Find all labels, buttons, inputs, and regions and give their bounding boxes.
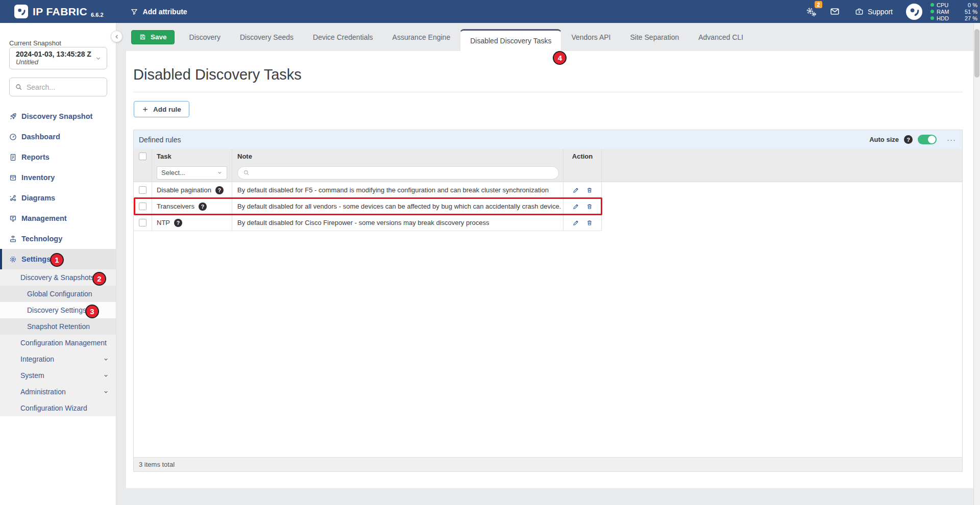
tab-vendors-api[interactable]: Vendors API: [561, 23, 620, 51]
submenu-item-snapshot-retention[interactable]: Snapshot Retention: [0, 318, 116, 335]
help-icon[interactable]: ?: [904, 135, 913, 144]
delete-trash-icon[interactable]: [586, 203, 593, 210]
sidebar-search[interactable]: [9, 78, 107, 96]
app-title: IP FABRIC: [33, 6, 87, 18]
table-footer: 3 items total: [134, 457, 962, 471]
vertical-scrollbar: [973, 23, 980, 505]
task-name: Disable pagination: [157, 186, 211, 194]
autosize-toggle[interactable]: [918, 135, 937, 144]
help-icon[interactable]: ?: [215, 186, 224, 194]
column-header-note: Note: [237, 153, 252, 160]
snapshot-subtitle: Untitled: [16, 58, 92, 66]
tab-device-credentials[interactable]: Device Credentials: [303, 23, 383, 51]
settings-submenu: Discovery & Snapshots Global Configurati…: [0, 269, 116, 416]
column-header-task: Task: [157, 153, 172, 160]
submenu-item-configuration-wizard[interactable]: Configuration Wizard: [0, 400, 116, 416]
network-diagram-icon: [9, 194, 17, 203]
sidebar-item-inventory[interactable]: Inventory: [0, 167, 116, 188]
help-icon[interactable]: ?: [174, 219, 182, 227]
table-filter-row: Select...: [134, 164, 962, 182]
gear-icon: [9, 255, 17, 264]
chevron-down-icon: [103, 373, 109, 378]
panel-header: Defined rules Auto size ? ···: [134, 130, 962, 149]
support-button[interactable]: Support: [854, 7, 893, 16]
column-header-action: Action: [572, 153, 593, 160]
sidebar-collapse-button[interactable]: [111, 31, 122, 42]
table-menu-button[interactable]: ···: [947, 135, 956, 144]
row-checkbox[interactable]: [139, 186, 146, 194]
task-filter-select[interactable]: Select...: [157, 166, 227, 180]
report-document-icon: [9, 153, 17, 162]
tab-discovery-seeds[interactable]: Discovery Seeds: [230, 23, 303, 51]
ram-stat: RAM 51 %: [930, 8, 977, 15]
user-avatar[interactable]: [906, 4, 922, 20]
table-header-row: Task Note Action: [134, 149, 962, 164]
hdd-stat: HDD 27 %: [930, 15, 977, 21]
ipfabric-logo-icon[interactable]: [14, 5, 28, 18]
row-checkbox[interactable]: [139, 219, 146, 226]
plus-icon: [142, 106, 149, 113]
submenu-item-integration[interactable]: Integration: [0, 351, 116, 367]
edit-pencil-icon[interactable]: [572, 219, 579, 226]
tab-site-separation[interactable]: Site Separation: [621, 23, 689, 51]
floppy-save-icon: [139, 33, 146, 41]
delete-trash-icon[interactable]: [586, 187, 593, 194]
edit-pencil-icon[interactable]: [572, 187, 579, 194]
toggle-knob: [928, 136, 936, 143]
submenu-item-configuration-management[interactable]: Configuration Management: [0, 335, 116, 351]
dashboard-icon: [9, 133, 17, 141]
snapshot-selector[interactable]: 2024-01-03, 13:45:28 Z Untitled: [9, 47, 107, 69]
tab-advanced-cli[interactable]: Advanced CLI: [689, 23, 753, 51]
submenu-item-administration[interactable]: Administration: [0, 384, 116, 400]
save-button[interactable]: Save: [131, 30, 175, 44]
system-settings-gears-icon[interactable]: 2: [805, 6, 817, 17]
rule-note: By default disabled for all vendors - so…: [237, 203, 561, 210]
delete-trash-icon[interactable]: [586, 219, 593, 226]
table-row-highlighted: Transceivers ? By default disabled for a…: [134, 198, 962, 215]
defined-rules-panel: Defined rules Auto size ? ··· Task Note …: [133, 130, 963, 472]
notification-badge: 2: [815, 1, 822, 8]
annotation-step-1: 1: [50, 253, 64, 267]
sidebar-item-diagrams[interactable]: Diagrams: [0, 188, 116, 208]
table-empty-area: [134, 231, 962, 457]
hdd-status-dot: [930, 16, 934, 20]
rocket-icon: [9, 112, 17, 121]
settings-tab-strip: Save Discovery Discovery Seeds Device Cr…: [116, 23, 980, 51]
sidebar-item-technology[interactable]: Technology: [0, 229, 116, 249]
scrollbar-thumb[interactable]: [974, 29, 979, 78]
title-divider: [133, 92, 963, 92]
note-filter-input[interactable]: [237, 166, 559, 180]
current-snapshot-label: Current Snapshot: [9, 39, 61, 47]
sidebar-item-management[interactable]: Management: [0, 208, 116, 229]
row-checkbox[interactable]: [139, 203, 146, 210]
items-total: 3 items total: [139, 461, 175, 468]
autosize-label: Auto size: [869, 136, 899, 143]
tab-assurance-engine[interactable]: Assurance Engine: [383, 23, 460, 51]
add-attribute-button[interactable]: Add attribute: [130, 8, 187, 16]
tab-discovery[interactable]: Discovery: [180, 23, 230, 51]
mail-icon[interactable]: [829, 6, 840, 17]
top-bar: IP FABRIC 6.6.2 Add attribute 2: [0, 0, 980, 23]
submenu-item-system[interactable]: System: [0, 367, 116, 384]
funnel-icon: [130, 8, 138, 16]
sidebar-item-discovery-snapshot[interactable]: Discovery Snapshot: [0, 106, 116, 127]
sidebar-item-dashboard[interactable]: Dashboard: [0, 127, 116, 147]
app-version: 6.6.2: [91, 12, 103, 18]
tab-disabled-discovery-tasks[interactable]: Disabled Discovery Tasks 4: [460, 29, 561, 51]
select-all-checkbox[interactable]: [139, 153, 146, 160]
add-rule-button[interactable]: Add rule: [134, 101, 189, 117]
search-icon: [243, 169, 250, 176]
edit-pencil-icon[interactable]: [572, 203, 579, 210]
briefcase-icon: [854, 7, 864, 16]
table-row: NTP ? By default disabled for Cisco Fire…: [134, 215, 962, 231]
submenu-item-global-configuration[interactable]: Global Configuration: [0, 286, 116, 302]
snapshot-title: 2024-01-03, 13:45:28 Z: [16, 50, 92, 58]
sidebar-item-reports[interactable]: Reports: [0, 147, 116, 167]
rule-note: By default disabled for F5 - command is …: [237, 186, 549, 194]
annotation-step-3: 3: [85, 305, 99, 318]
search-input[interactable]: [27, 83, 93, 91]
annotation-step-2: 2: [92, 272, 106, 286]
inventory-box-icon: [9, 173, 17, 182]
help-icon[interactable]: ?: [199, 203, 207, 211]
note-filter-text[interactable]: [253, 169, 553, 176]
